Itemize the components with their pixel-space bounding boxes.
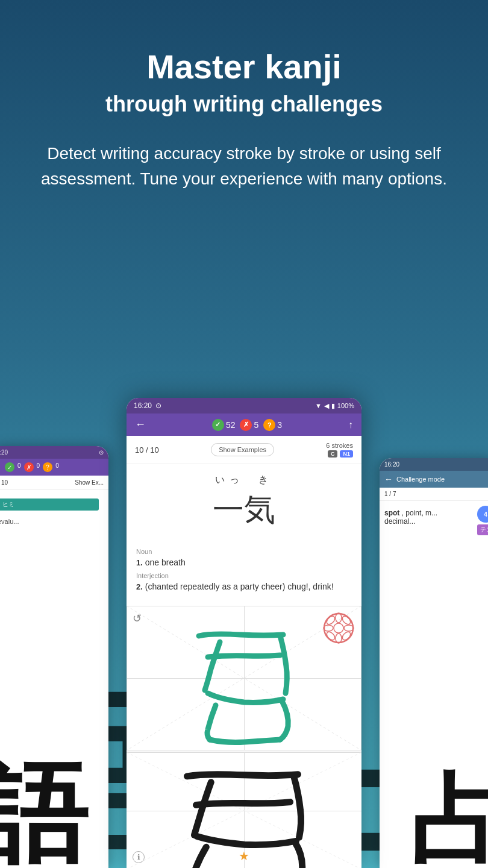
show-examples-button[interactable]: Show Examples [211, 443, 274, 456]
left-lesson-header: 1 / 10 Show Ex... [0, 476, 108, 490]
skip-stat: ? 3 [263, 419, 282, 431]
def2: 2. (chanted repeatedly as a party cheer)… [136, 582, 352, 591]
left-show-examples[interactable]: Show Ex... [75, 479, 104, 486]
right-point-rest: , point, m... [402, 509, 437, 517]
def1: 1. one breath [136, 558, 352, 567]
center-progress: 10 / 10 [135, 445, 159, 454]
battery-percent: 100% [337, 402, 354, 409]
battery-icon: ▮ [331, 402, 335, 410]
center-status-bar: 16:20 ⊙ ▼ ◀ ▮ 100% [127, 398, 361, 414]
left-back-icon[interactable]: ← [0, 462, 1, 472]
left-app-bar: ← ✓ 0 ✗ 0 ? 0 [0, 459, 108, 476]
info-button[interactable]: ℹ [133, 851, 145, 863]
left-large-kanji: 語 [0, 760, 87, 868]
left-status-icon: ⊙ [99, 449, 104, 456]
right-progress: 1 / 7 [384, 491, 396, 497]
right-large-kanji: 占 [410, 772, 488, 868]
left-status-bar: 16:20 ⊙ [0, 446, 108, 459]
right-decimal-text: decimal... [384, 517, 488, 526]
badges-row: C N1 [326, 450, 353, 458]
menu-icon[interactable]: ↑ [348, 420, 353, 430]
strokes-text: 6 strokes [326, 442, 353, 449]
center-status-icon: ⊙ [155, 401, 161, 410]
left-stats: ✓ 0 ✗ 0 ? 0 [5, 462, 59, 472]
center-app-bar: ← ✓ 52 ✗ 5 ? 3 ↑ [127, 414, 361, 436]
skip-icon: ? [263, 419, 275, 431]
kanji-character: 一気 [133, 489, 355, 531]
wrong-count: 5 [254, 420, 258, 430]
correct-count: 52 [226, 420, 236, 430]
main-title: Master kanji [36, 48, 452, 86]
right-bar-title: Challenge mode [396, 476, 445, 483]
right-status-bar: 16:20 ⊙ [380, 458, 488, 471]
left-progress: 1 / 10 [0, 479, 8, 486]
writing-area-bottom[interactable]: ℹ ★ [127, 752, 361, 868]
writing-area-top[interactable]: ↺ [127, 606, 361, 750]
correct-stat: ✓ 52 [212, 419, 236, 431]
right-point-text: spot , point, m... [384, 509, 488, 517]
header-section: Master kanji through writing challenges … [0, 0, 488, 216]
badge-n1: N1 [340, 450, 353, 458]
description: Detect writing accuracy stroke by stroke… [36, 141, 452, 192]
left-eval-text: evalu... [0, 515, 104, 527]
kanji-display-section: いっ き 一気 [127, 464, 361, 539]
left-kanji-section: ヒミ evalu... [0, 490, 108, 531]
challenge-num: 4 [477, 506, 488, 523]
kanji-reading: いっ き [133, 474, 355, 486]
right-lesson-header: 1 / 7 [380, 488, 488, 501]
star-button[interactable]: ★ [239, 849, 249, 863]
left-kanji-btn[interactable]: ヒミ [0, 498, 99, 511]
strokes-section: 6 strokes C N1 [326, 442, 353, 458]
center-status-left: 16:20 ⊙ [134, 401, 161, 410]
definition-section: Noun 1. one breath Interjection 2. (chan… [127, 541, 361, 603]
katakana-badge: テン [477, 524, 488, 535]
wifi-icon: ▼ [315, 402, 322, 409]
phone-center: 16:20 ⊙ ▼ ◀ ▮ 100% ← ✓ 52 ✗ 5 [127, 398, 361, 868]
wrong-icon: ✗ [240, 419, 252, 431]
center-status-right: ▼ ◀ ▮ 100% [315, 402, 354, 410]
left-time: 16:20 [0, 449, 8, 456]
kanji-strokes-display [127, 606, 361, 750]
phones-container: 語 占 16:20 ⊙ ← ✓ 0 ✗ 0 ? 0 1 / 10 Show Ex… [0, 374, 488, 868]
right-content: 4 テン spot , point, m... decimal... [380, 501, 488, 549]
right-app-bar: ← Challenge mode [380, 471, 488, 488]
wrong-stat: ✗ 5 [240, 419, 258, 431]
right-time: 16:20 [384, 461, 399, 468]
sub-title: through writing challenges [36, 92, 452, 117]
challenge-badge-container: 4 テン [477, 506, 488, 535]
def1-text: one breath [145, 558, 186, 567]
right-back-icon[interactable]: ← [384, 474, 393, 484]
center-back-icon[interactable]: ← [135, 418, 146, 431]
center-stats: ✓ 52 ✗ 5 ? 3 [212, 419, 282, 431]
phone-left: 16:20 ⊙ ← ✓ 0 ✗ 0 ? 0 1 / 10 Show Ex... … [0, 446, 108, 868]
right-point-bold: spot [384, 509, 399, 517]
def2-text: (chanted repeatedly as a party cheer) ch… [145, 582, 334, 591]
badge-c: C [328, 450, 338, 458]
phone-right: 16:20 ⊙ ← Challenge mode 1 / 7 4 テン spot… [380, 458, 488, 868]
noun-label: Noun [136, 548, 352, 555]
def1-num: 1. [136, 558, 143, 567]
correct-icon: ✓ [212, 419, 224, 431]
def2-num: 2. [136, 582, 143, 591]
interjection-label: Interjection [136, 572, 352, 579]
skip-count: 3 [277, 420, 282, 430]
center-time: 16:20 [134, 401, 152, 410]
signal-icon: ◀ [324, 402, 329, 410]
center-lesson-header: 10 / 10 Show Examples 6 strokes C N1 [127, 436, 361, 464]
